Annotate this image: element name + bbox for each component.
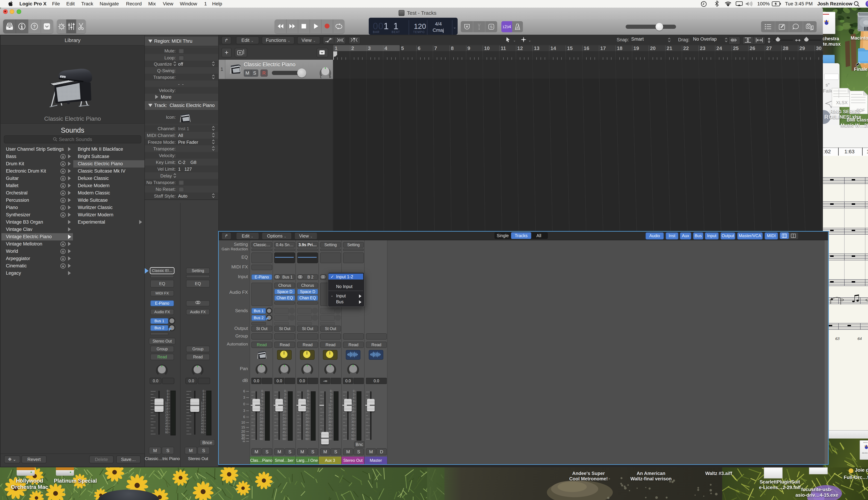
svg-text:?: ?	[33, 24, 36, 29]
svg-text:30: 30	[165, 416, 168, 419]
svg-text:21: 21	[201, 410, 204, 413]
svg-text:9: 9	[203, 398, 204, 401]
svg-text:6: 6	[203, 395, 204, 398]
svg-text:24: 24	[260, 417, 263, 420]
svg-text:18: 18	[351, 410, 354, 413]
svg-text:24: 24	[329, 417, 332, 420]
svg-text:18: 18	[260, 410, 263, 413]
svg-text:0: 0	[203, 389, 204, 393]
svg-text:40: 40	[165, 422, 168, 425]
svg-text:45: 45	[329, 431, 332, 434]
svg-text:6: 6	[261, 396, 263, 399]
svg-text:3: 3	[167, 393, 168, 396]
svg-text:15: 15	[241, 425, 245, 429]
svg-text:30: 30	[329, 420, 332, 423]
svg-text:6: 6	[307, 396, 309, 399]
svg-text:18: 18	[283, 410, 286, 413]
svg-text:21: 21	[329, 413, 332, 417]
svg-text:60: 60	[201, 431, 204, 434]
svg-text:50: 50	[306, 434, 309, 437]
svg-text:24: 24	[306, 417, 309, 420]
svg-text:24: 24	[165, 413, 168, 416]
svg-text:15: 15	[201, 404, 204, 407]
svg-text:30: 30	[260, 420, 263, 423]
svg-text:9: 9	[261, 400, 263, 403]
svg-text:R: R	[329, 76, 331, 79]
svg-text:63: 63	[835, 336, 840, 341]
svg-text:6: 6	[167, 395, 168, 398]
svg-text:12: 12	[306, 403, 309, 406]
svg-text:40: 40	[283, 427, 286, 430]
svg-text:40: 40	[201, 422, 204, 425]
svg-text:S: S	[490, 25, 492, 29]
svg-text:50: 50	[283, 434, 286, 437]
svg-text:40: 40	[260, 427, 263, 430]
svg-text:30: 30	[306, 420, 309, 423]
svg-text:18: 18	[165, 407, 168, 410]
svg-text:50: 50	[260, 434, 263, 437]
svg-text:3: 3	[243, 409, 245, 412]
svg-text:0: 0	[307, 389, 309, 393]
svg-text:6: 6	[330, 396, 332, 399]
svg-text:6: 6	[353, 396, 354, 399]
svg-text:30: 30	[283, 420, 286, 423]
svg-text:15: 15	[165, 404, 168, 407]
svg-text:15: 15	[260, 407, 263, 410]
svg-text:3: 3	[353, 393, 354, 396]
svg-text:6: 6	[243, 415, 245, 419]
svg-text:∞: ∞	[243, 439, 245, 443]
svg-text:0: 0	[284, 389, 286, 393]
svg-text:60: 60	[351, 437, 354, 441]
svg-text:XLSX: XLSX	[836, 100, 848, 105]
svg-text:9: 9	[353, 400, 354, 403]
svg-text:0: 0	[330, 389, 332, 393]
svg-text:10: 10	[241, 420, 245, 424]
svg-text:45: 45	[283, 431, 286, 434]
svg-text:3: 3	[284, 393, 286, 396]
svg-text:12: 12	[165, 401, 168, 404]
svg-text:12: 12	[201, 401, 204, 404]
svg-text:9: 9	[167, 398, 168, 401]
svg-text:50: 50	[165, 428, 168, 431]
svg-text:35: 35	[329, 424, 332, 427]
svg-text:0: 0	[353, 389, 354, 393]
svg-text:3: 3	[203, 393, 204, 396]
svg-text:9: 9	[284, 400, 286, 403]
svg-text:18: 18	[306, 410, 309, 413]
svg-text:50: 50	[351, 434, 354, 437]
svg-text:30: 30	[201, 416, 204, 419]
svg-text:35: 35	[351, 424, 354, 427]
svg-text:45: 45	[165, 425, 168, 428]
svg-text:45: 45	[201, 425, 204, 428]
svg-text:45: 45	[260, 431, 263, 434]
svg-text:60: 60	[165, 431, 168, 434]
svg-text:45: 45	[351, 431, 354, 434]
svg-text:35: 35	[165, 419, 168, 422]
svg-text:3: 3	[330, 393, 332, 396]
svg-text:3: 3	[243, 396, 245, 399]
svg-text:35: 35	[306, 424, 309, 427]
svg-text:6: 6	[284, 396, 286, 399]
svg-text:60: 60	[260, 437, 263, 441]
svg-text:15: 15	[283, 407, 286, 410]
svg-text:15: 15	[329, 407, 332, 410]
svg-text:21: 21	[351, 413, 354, 417]
svg-text:40: 40	[351, 427, 354, 430]
svg-text:0: 0	[243, 402, 245, 406]
svg-text:6: 6	[243, 389, 245, 393]
svg-text:12: 12	[260, 403, 263, 406]
svg-text:40: 40	[329, 427, 332, 430]
svg-text:30: 30	[351, 420, 354, 423]
svg-text:40: 40	[306, 427, 309, 430]
svg-text:3: 3	[307, 393, 309, 396]
svg-text:50: 50	[329, 434, 332, 437]
svg-text:12: 12	[351, 403, 354, 406]
svg-text:0: 0	[167, 389, 168, 393]
svg-text:18: 18	[329, 410, 332, 413]
svg-text:60: 60	[283, 437, 286, 441]
svg-text:20: 20	[241, 430, 245, 433]
svg-text:21: 21	[260, 413, 263, 417]
svg-text:45: 45	[306, 431, 309, 434]
svg-text:24: 24	[201, 413, 204, 416]
svg-text:15: 15	[306, 407, 309, 410]
